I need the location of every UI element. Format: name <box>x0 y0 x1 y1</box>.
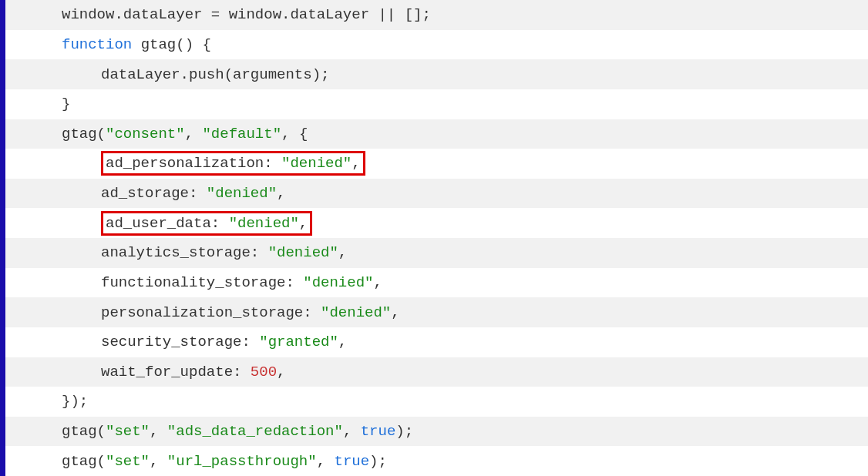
code-token: window.dataLayer = window.dataLayer || [… <box>62 6 431 23</box>
code-token: , <box>343 423 361 440</box>
code-token: , <box>338 244 347 261</box>
code-token: true <box>361 423 396 440</box>
code-token: , { <box>281 126 308 142</box>
code-token: , <box>185 126 203 142</box>
code-token: , <box>277 185 285 202</box>
code-token: "consent" <box>106 126 185 142</box>
code-token: () { <box>176 36 211 53</box>
code-token: "default" <box>202 126 281 142</box>
code-line: ad_personalization: "denied", <box>5 149 868 179</box>
code-token: "denied" <box>268 244 338 261</box>
code-line: analytics_storage: "denied", <box>5 238 868 268</box>
code-line: dataLayer.push(arguments); <box>5 59 868 89</box>
code-token: , <box>150 453 167 470</box>
code-token: "denied" <box>207 185 277 202</box>
code-token: true <box>335 453 370 470</box>
code-token <box>132 36 140 53</box>
code-token: "ads_data_redaction" <box>167 423 343 440</box>
code-token: , <box>391 304 399 321</box>
code-token: ad_user_data: <box>106 215 229 232</box>
code-line: window.dataLayer = window.dataLayer || [… <box>5 0 868 30</box>
highlight-box: ad_user_data: "denied", <box>101 211 312 236</box>
code-token: gtag( <box>62 126 106 142</box>
code-token: functionality_storage: <box>101 274 303 291</box>
code-token: , <box>299 215 308 232</box>
code-token: "denied" <box>321 304 391 321</box>
code-token: }); <box>62 393 88 410</box>
code-token: function <box>62 36 132 53</box>
code-line: gtag("set", "ads_data_redaction", true); <box>5 417 868 447</box>
code-token: "denied" <box>281 155 352 172</box>
code-token: ad_storage: <box>101 185 207 202</box>
highlight-box: ad_personalization: "denied", <box>101 151 365 176</box>
code-line: }); <box>5 387 868 417</box>
code-line: ad_storage: "denied", <box>5 179 868 209</box>
code-token: , <box>338 334 347 350</box>
code-token: "denied" <box>303 274 373 291</box>
code-token: "set" <box>106 453 150 470</box>
code-token: ); <box>395 423 413 440</box>
code-token: gtag( <box>62 423 106 440</box>
code-block: window.dataLayer = window.dataLayer || [… <box>5 0 868 476</box>
code-line: } <box>5 89 868 119</box>
code-token: } <box>62 96 70 112</box>
code-token: ad_personalization: <box>106 155 281 172</box>
code-line: personalization_storage: "denied", <box>5 297 868 327</box>
code-token: , <box>150 423 167 440</box>
code-line: gtag("consent", "default", { <box>5 119 868 149</box>
code-token: ); <box>369 453 387 470</box>
code-line: gtag("set", "url_passthrough", true); <box>5 446 868 476</box>
code-line: functionality_storage: "denied", <box>5 268 868 298</box>
code-token: , <box>352 155 360 172</box>
code-token: gtag( <box>62 453 106 470</box>
code-token: , <box>277 364 285 380</box>
code-line: wait_for_update: 500, <box>5 357 868 387</box>
code-token: "set" <box>106 423 150 440</box>
code-token: personalization_storage: <box>101 304 321 321</box>
code-token: "url_passthrough" <box>167 453 317 470</box>
code-token: analytics_storage: <box>101 244 268 261</box>
code-token: "denied" <box>229 215 299 232</box>
code-line: function gtag() { <box>5 30 868 60</box>
code-token: security_storage: <box>101 334 259 350</box>
code-token: , <box>373 274 382 291</box>
code-token: , <box>317 453 335 470</box>
code-token: gtag <box>141 36 177 53</box>
code-token: 500 <box>251 364 277 380</box>
code-token: "granted" <box>259 334 338 350</box>
code-token: wait_for_update: <box>101 364 251 380</box>
code-line: security_storage: "granted", <box>5 327 868 357</box>
code-token: dataLayer.push(arguments); <box>101 66 329 83</box>
code-line: ad_user_data: "denied", <box>5 208 868 238</box>
